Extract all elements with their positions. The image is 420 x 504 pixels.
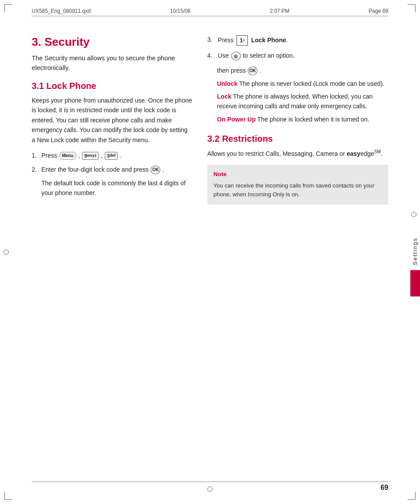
bottom-rule [32,482,388,482]
ok-key-icon: OK [151,166,160,174]
option-lock-label: Lock [217,93,232,100]
crop-mark-tl [4,4,12,12]
page-header: UX585_Eng_080911.qxd 10/15/08 2:07 PM Pa… [32,8,388,16]
step-4: 4. Use ◎ to select an option, [207,51,388,61]
3def-key-icon: 3def [105,152,118,160]
note-text: You can receive the incoming calls from … [214,181,382,199]
step-4-content: Use ◎ to select an option, [218,51,388,61]
step-2-content: Enter the four-digit lock code and press… [41,165,192,175]
lock-phone-label: Lock Phone [251,37,286,44]
ok-key-step4: OK [248,66,258,75]
header-filename: UX585_Eng_080911.qxd [32,8,91,14]
option-unlock: Unlock The phone is never locked (Lock m… [207,79,388,89]
sidebar-tab-bar [410,270,420,297]
sm-text: SM [374,149,381,154]
registration-mark-left [4,250,9,255]
header-page: Page 69 [368,8,388,14]
option-onpowerup-body: The phone is locked when it is turned on… [257,116,369,123]
sub-title-restrictions: 3.2 Restrictions [207,134,388,144]
step-2: 2. Enter the four-digit lock code and pr… [32,165,192,175]
step-1-content: Press Menu , 9wxyz , 3def . [41,151,192,161]
option-unlock-label: Unlock [217,80,238,87]
sub-title-lock-phone: 3.1 Lock Phone [32,81,192,91]
note-label: Note [214,170,382,179]
key-1-box: 1≡ [236,35,248,46]
step-3-number: 3. [207,35,215,46]
9wxyz-key-icon: 9wxyz [82,152,99,160]
edge-text: edge [361,150,374,157]
option-onpowerup-label: On Power Up [217,116,256,123]
crop-mark-bl [4,492,12,500]
header-time: 2:07 PM [270,8,290,14]
crop-mark-br [408,492,416,500]
note-box: Note You can receive the incoming calls … [207,165,388,204]
header-date: 10/15/08 [170,8,191,14]
menu-key-icon: Menu [59,152,76,160]
option-lock: Lock The phone is always locked. When lo… [207,92,388,111]
left-column: 3. Security The Security menu allows you… [32,26,203,478]
restrictions-body: Allows you to restrict Calls, Messaging,… [207,148,388,158]
sidebar-tab: Settings [410,233,420,297]
registration-mark-bottom [207,486,213,492]
sidebar-tab-label: Settings [410,233,420,269]
restrictions-body-end: . [381,150,383,157]
right-column: 3. Press 1≡ Lock Phone. 4. Use ◎ to sele… [203,26,388,478]
step-3-content: Press 1≡ Lock Phone. [218,35,388,46]
step-4-number: 4. [207,51,215,61]
step-2-indent: The default lock code is commonly the la… [32,179,192,198]
restrictions-body-start: Allows you to restrict Calls, Messaging,… [207,150,347,157]
lock-phone-body: Keeps your phone from unauthorized use. … [32,96,192,145]
registration-mark-right [411,212,416,217]
option-unlock-body: The phone is never locked (Lock mode can… [239,80,384,87]
step-1: 1. Press Menu , 9wxyz , 3def . [32,151,192,161]
key-1-sub: ≡ [243,38,245,43]
easy-text: easy [346,150,360,157]
option-lock-body: The phone is always locked. When locked,… [217,93,373,110]
step-1-number: 1. [32,151,40,161]
page-number: 69 [380,484,388,492]
step-4-indent: then press OK . [207,66,388,76]
section-intro: The Security menu allows you to secure t… [32,53,192,73]
crop-mark-tr [408,4,416,12]
step-2-number: 2. [32,165,40,175]
step-3: 3. Press 1≡ Lock Phone. [207,35,388,46]
content-area: 3. Security The Security menu allows you… [32,26,388,478]
option-onpowerup: On Power Up The phone is locked when it … [207,115,388,125]
nav-key-icon: ◎ [231,52,241,60]
section-title: 3. Security [32,35,192,49]
